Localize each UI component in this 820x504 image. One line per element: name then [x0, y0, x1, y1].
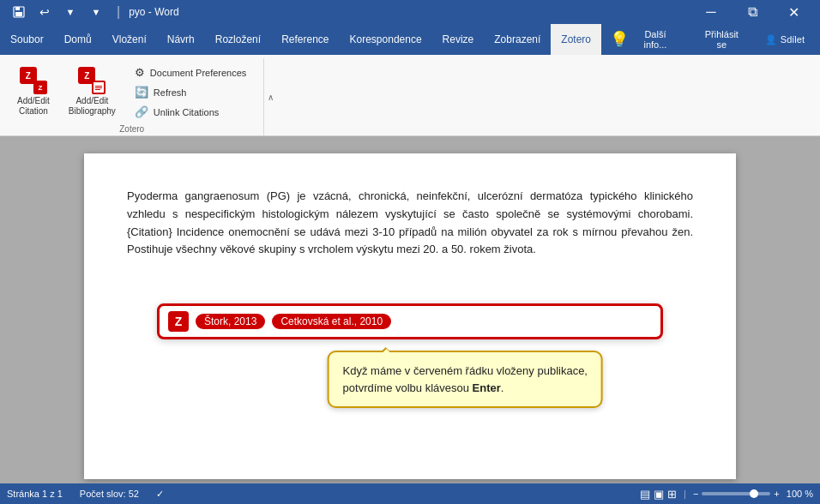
- dalsi-info-button[interactable]: 💡 Další info...: [601, 26, 687, 53]
- minimize-button[interactable]: ─: [691, 0, 731, 24]
- add-edit-citation-label: Add/EditCitation: [17, 96, 50, 117]
- document-area: Pyoderma gangraenosum (PG) je vzácná, ch…: [0, 136, 820, 483]
- restore-button[interactable]: ⧉: [733, 0, 772, 24]
- menu-revize[interactable]: Revize: [432, 24, 485, 55]
- menu-domu[interactable]: Domů: [54, 24, 102, 55]
- menu-soubor[interactable]: Soubor: [0, 24, 54, 55]
- menu-zotero[interactable]: Zotero: [551, 24, 601, 55]
- menu-korespondence[interactable]: Korespondence: [340, 24, 432, 55]
- view-icon-1[interactable]: ▤: [640, 488, 650, 501]
- lightbulb-icon: 💡: [610, 30, 629, 49]
- undo-button[interactable]: ↩: [33, 3, 57, 21]
- zoom-in-icon[interactable]: +: [774, 489, 779, 499]
- svg-rect-1: [15, 7, 20, 10]
- add-edit-citation-button[interactable]: Z Z Add/EditCitation: [10, 63, 57, 120]
- save-button[interactable]: [7, 3, 31, 21]
- sdilet-label: Sdílet: [781, 34, 805, 45]
- zoom-slider[interactable]: [702, 492, 770, 495]
- tooltip-text-before: Když máme v červeném řádku vloženy publi…: [343, 364, 588, 394]
- dalsi-info-label: Další info...: [632, 29, 678, 50]
- refresh-button[interactable]: 🔄 Refresh: [128, 83, 254, 101]
- menu-navrh[interactable]: Návrh: [157, 24, 205, 55]
- ribbon-zotero-group: Z Z Add/EditCitation Z: [0, 58, 264, 135]
- spelling-icon: ✓: [156, 489, 164, 500]
- svg-rect-2: [15, 12, 22, 16]
- menu-rozlozeni[interactable]: Rozložení: [205, 24, 271, 55]
- prihlasit-label: Přihlásit se: [699, 29, 745, 50]
- ribbon-collapse-button[interactable]: ∧: [264, 58, 276, 135]
- bibliography-lines: [92, 81, 106, 94]
- zoom-thumb: [750, 489, 758, 498]
- word-count: Počet slov: 52: [80, 489, 139, 499]
- menu-bar: Soubor Domů Vložení Návrh Rozložení Refe…: [0, 24, 820, 55]
- person-icon: 👤: [765, 34, 777, 45]
- add-edit-bibliography-icon: Z: [78, 67, 106, 94]
- refresh-icon: 🔄: [135, 86, 148, 99]
- ribbon-small-group: ⚙ Document Preferences 🔄 Refresh 🔗 Unlin…: [128, 63, 254, 121]
- unlink-icon: 🔗: [135, 105, 148, 118]
- window-title: pyo - Word: [129, 6, 178, 18]
- document-preferences-label: Document Preferences: [150, 68, 247, 78]
- window-controls: ─ ⧉ ✕: [691, 0, 813, 24]
- ribbon-group-label: Zotero: [10, 121, 253, 135]
- z-icon-small: Z: [33, 81, 47, 94]
- document-preferences-button[interactable]: ⚙ Document Preferences: [128, 63, 254, 81]
- add-edit-bibliography-label: Add/EditBibliography: [69, 96, 116, 117]
- zoom-level: 100 %: [787, 489, 813, 499]
- citation-search-input[interactable]: [398, 315, 652, 327]
- status-bar-right: ▤ ▣ ⊞ | − + 100 %: [640, 488, 813, 501]
- menu-right: 💡 Další info... Přihlásit se 👤 Sdílet: [601, 24, 820, 55]
- refresh-label: Refresh: [154, 87, 187, 98]
- tooltip: Když máme v červeném řádku vloženy publi…: [328, 351, 603, 408]
- zoom-out-icon[interactable]: −: [693, 489, 698, 499]
- quick-access-toolbar: ↩ ▼ ▼: [7, 3, 108, 21]
- unlink-citations-button[interactable]: 🔗 Unlink Citations: [128, 103, 254, 121]
- view-icon-2[interactable]: ▣: [654, 488, 664, 501]
- citation-tag-2: Cetkovská et al., 2010: [272, 314, 391, 329]
- document-page: Pyoderma gangraenosum (PG) je vzácná, ch…: [84, 153, 736, 479]
- prihlasit-button[interactable]: Přihlásit se: [690, 26, 753, 53]
- title-bar: ↩ ▼ ▼ | pyo - Word ─ ⧉ ✕: [0, 0, 820, 24]
- title-bar-left: ↩ ▼ ▼ | pyo - Word: [7, 3, 179, 21]
- citation-search-box[interactable]: Z Štork, 2013 Cetkovská et al., 2010: [157, 303, 663, 339]
- ribbon: Z Z Add/EditCitation Z: [0, 55, 820, 136]
- citation-tag-1: Štork, 2013: [196, 314, 265, 329]
- add-edit-bibliography-button[interactable]: Z Add/EditBibliography: [62, 63, 123, 120]
- menu-reference[interactable]: Reference: [271, 24, 339, 55]
- add-edit-citation-icon: Z Z: [20, 67, 47, 94]
- sdilet-button[interactable]: 👤 Sdílet: [757, 31, 813, 49]
- view-icon-3[interactable]: ⊞: [667, 488, 677, 501]
- ribbon-content: Z Z Add/EditCitation Z: [10, 62, 253, 121]
- status-bar: Stránka 1 z 1 Počet slov: 52 ✓ ▤ ▣ ⊞ | −…: [0, 483, 820, 504]
- tooltip-text-after: .: [501, 381, 504, 394]
- customize-button[interactable]: ▼: [84, 3, 108, 21]
- unlink-citations-label: Unlink Citations: [154, 107, 219, 117]
- document-text: Pyoderma gangraenosum (PG) je vzácná, ch…: [127, 188, 693, 259]
- tooltip-bold-text: Enter: [473, 381, 501, 394]
- menu-zobrazeni[interactable]: Zobrazení: [484, 24, 551, 55]
- close-button[interactable]: ✕: [774, 0, 813, 24]
- page-info: Stránka 1 z 1: [7, 489, 63, 499]
- redo-button[interactable]: ▼: [58, 3, 82, 21]
- gear-icon: ⚙: [135, 66, 145, 79]
- zotero-z-icon: Z: [168, 311, 189, 332]
- menu-vlozeni[interactable]: Vložení: [102, 24, 157, 55]
